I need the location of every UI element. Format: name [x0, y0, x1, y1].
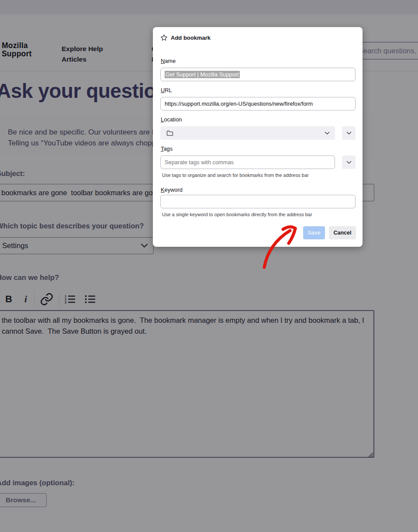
bookmark-star-icon	[160, 34, 168, 41]
bookmark-name-input[interactable]: Get Support | Mozilla Support	[160, 68, 356, 81]
name-label: Name	[161, 58, 176, 64]
folder-icon	[166, 130, 173, 136]
keyword-input[interactable]	[160, 195, 356, 208]
location-expand-button[interactable]	[342, 126, 356, 140]
keyword-label: Keyword	[161, 187, 183, 193]
screenshot-root: Mozilla Support Explore Help Articles Co…	[0, 0, 418, 532]
tags-expand-button[interactable]	[342, 155, 356, 169]
url-label: URL	[161, 87, 172, 93]
tags-input[interactable]	[160, 155, 335, 169]
location-label: Location	[161, 116, 182, 123]
chevron-down-icon	[346, 161, 352, 164]
tags-label: Tags	[161, 145, 173, 152]
tags-helper-text: Use tags to organize and search for book…	[162, 173, 309, 178]
url-value: https://support.mozilla.org/en-US/questi…	[165, 100, 313, 107]
chevron-down-icon	[325, 131, 330, 135]
add-bookmark-dialog: Add bookmark Name Get Support | Mozilla …	[153, 27, 363, 247]
keyword-helper-text: Use a single keyword to open bookmarks d…	[162, 212, 312, 217]
bookmark-url-input[interactable]: https://support.mozilla.org/en-US/questi…	[160, 97, 356, 111]
location-select[interactable]	[160, 126, 335, 140]
dialog-header: Add bookmark	[160, 34, 211, 41]
chevron-down-icon	[346, 131, 352, 135]
save-button[interactable]: Save	[303, 226, 325, 239]
selected-text: Get Support | Mozilla Support	[165, 71, 240, 78]
dialog-title: Add bookmark	[171, 35, 211, 41]
cancel-button[interactable]: Cancel	[329, 226, 356, 239]
